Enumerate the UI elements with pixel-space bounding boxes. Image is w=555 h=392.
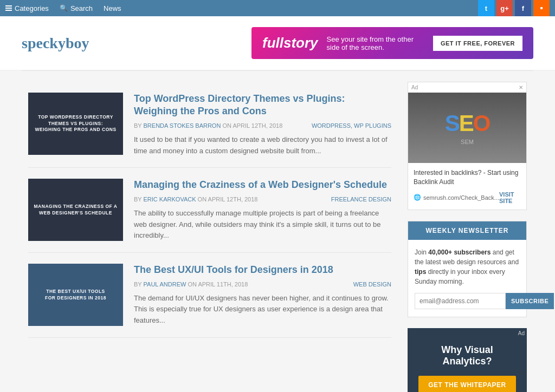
article-excerpt: It used to be that if you wanted to crea… (134, 134, 391, 157)
articles-column: TOP WORDPRESS DIRECTORY THEMES VS PLUGIN… (28, 82, 391, 392)
search-label: Search (70, 4, 93, 12)
ad-footer: 🌐 semrush.com/Check_Back... VISIT SITE (414, 191, 521, 204)
article-excerpt: The ability to successfully manage multi… (134, 208, 391, 241)
header-banner-ad[interactable]: fullstory See your site from the other s… (251, 27, 533, 59)
article-author[interactable]: ERIC KARKOVACK (144, 196, 196, 202)
search-icon: 🔍 (60, 4, 68, 12)
article-title[interactable]: The Best UX/UI Tools for Designers in 20… (134, 264, 391, 276)
article-meta: BY PAUL ANDREW ON APRIL 11TH, 2018 WEB D… (134, 281, 391, 288)
sidebar-ad-2: Ad Why Visual Analytics? GET THE WHITEPA… (408, 328, 527, 392)
twitter-button[interactable]: t (478, 0, 494, 16)
nav-left: Categories 🔍 Search News (5, 4, 121, 12)
article-excerpt: The demand for UI/UX designers has never… (134, 293, 391, 326)
article-byline: BY PAUL ANDREW ON APRIL 11TH, 2018 (134, 281, 248, 288)
article-thumbnail: MANAGING THE CRAZINESS OF AWEB DESIGNER'… (28, 179, 123, 241)
article-meta: BY BRENDA STOKES BARRON ON APRIL 12TH, 2… (134, 122, 391, 129)
banner-cta-button[interactable]: GET IT FREE, FOREVER (433, 36, 522, 51)
article-thumbnail: TOP WORDPRESS DIRECTORY THEMES VS PLUGIN… (28, 93, 123, 155)
globe-icon: 🌐 (414, 194, 421, 201)
subscribe-button[interactable]: SUBSCRIBE (506, 293, 554, 309)
newsletter-header: WEEKLY NEWSLETTER (408, 221, 526, 240)
article-item: TOP WORDPRESS DIRECTORY THEMES VS PLUGIN… (28, 82, 391, 168)
article-thumbnail: THE BEST UX/UI TOOLSFOR DESIGNERS IN 201… (28, 264, 123, 326)
social-buttons: t g+ f ▪ (478, 0, 550, 16)
logo-part2: boy (66, 35, 89, 51)
thumbnail-text: THE BEST UX/UI TOOLSFOR DESIGNERS IN 201… (45, 289, 106, 302)
ad-domain: 🌐 semrush.com/Check_Back... (414, 194, 499, 201)
categories-label: Categories (15, 4, 49, 12)
news-label: News (104, 4, 121, 12)
newsletter-body: Join 40,000+ subscribers and get the lat… (408, 240, 526, 317)
top-nav: Categories 🔍 Search News t g+ f ▪ (0, 0, 555, 16)
article-date: ON APRIL 12TH, 2018 (198, 196, 258, 202)
ad-content: Interested in backlinks? - Start using B… (408, 163, 526, 210)
ad-description: Interested in backlinks? - Start using B… (414, 168, 521, 187)
article-byline: BY BRENDA STOKES BARRON ON APRIL 12TH, 2… (134, 122, 282, 129)
site-header: speckyboy fullstory See your site from t… (0, 16, 555, 70)
visit-site-link[interactable]: VISIT SITE (499, 191, 521, 204)
article-author[interactable]: BRENDA STOKES BARRON (144, 122, 221, 129)
banner-text: See your site from the other side of the… (327, 35, 424, 51)
article-date: ON APRIL 12TH, 2018 (222, 122, 282, 129)
ad-image: SEO SEM (408, 93, 526, 163)
article-title[interactable]: Top WordPress Directory Themes vs Plugin… (134, 93, 391, 118)
facebook-button[interactable]: f (515, 0, 531, 16)
newsletter-description: Join 40,000+ subscribers and get the lat… (415, 247, 520, 286)
google-button[interactable]: g+ (496, 0, 513, 16)
article-item: MANAGING THE CRAZINESS OF AWEB DESIGNER'… (28, 168, 391, 253)
article-author[interactable]: PAUL ANDREW (144, 281, 186, 288)
sidebar-ad-1: Ad ✕ SEO SEM Interested in backlinks? - … (408, 82, 527, 210)
article-title[interactable]: Managing the Craziness of a Web Designer… (134, 179, 391, 191)
ad-label: Ad ✕ (408, 82, 526, 93)
thumbnail-text: MANAGING THE CRAZINESS OF AWEB DESIGNER'… (34, 204, 118, 217)
article-byline: BY ERIC KARKOVACK ON APRIL 12TH, 2018 (134, 196, 257, 202)
tips-highlight: tips (415, 268, 426, 276)
newsletter-email-input[interactable] (415, 293, 506, 309)
ad2-cta-button[interactable]: GET THE WHITEPAPER (418, 376, 515, 392)
newsletter-box: WEEKLY NEWSLETTER Join 40,000+ subscribe… (408, 221, 527, 317)
ad-close-icon[interactable]: ✕ (519, 84, 523, 90)
article-tags[interactable]: WEB DESIGN (353, 281, 391, 288)
article-body: The Best UX/UI Tools for Designers in 20… (134, 264, 391, 326)
seo-graphic: SEO (445, 110, 490, 136)
thumbnail-text: TOP WORDPRESS DIRECTORY THEMES VS PLUGIN… (34, 114, 118, 134)
article-tags[interactable]: FREELANCE DESIGN (331, 196, 391, 202)
subscriber-count: 40,000+ subscribers (428, 249, 491, 256)
article-tags[interactable]: WORDPRESS, WP PLUGINS (312, 122, 391, 129)
sidebar: Ad ✕ SEO SEM Interested in backlinks? - … (408, 82, 527, 392)
main-content: TOP WORDPRESS DIRECTORY THEMES VS PLUGIN… (7, 71, 548, 392)
article-body: Managing the Craziness of a Web Designer… (134, 179, 391, 241)
article-meta: BY ERIC KARKOVACK ON APRIL 12TH, 2018 FR… (134, 196, 391, 202)
rss-button[interactable]: ▪ (533, 0, 550, 16)
article-date: ON APRIL 11TH, 2018 (188, 281, 248, 288)
logo-part1: specky (22, 35, 66, 51)
categories-nav-item[interactable]: Categories (5, 4, 49, 12)
article-body: Top WordPress Directory Themes vs Plugin… (134, 93, 391, 156)
ad2-title: Why Visual Analytics? (416, 344, 518, 367)
search-nav-item[interactable]: 🔍 Search (60, 4, 93, 12)
news-nav-item[interactable]: News (104, 4, 121, 12)
article-item: THE BEST UX/UI TOOLSFOR DESIGNERS IN 201… (28, 253, 391, 338)
ad2-label: Ad (518, 330, 525, 336)
site-logo[interactable]: speckyboy (22, 35, 89, 52)
newsletter-form: SUBSCRIBE (415, 293, 520, 309)
banner-brand: fullstory (262, 35, 318, 51)
hamburger-icon (5, 5, 12, 11)
